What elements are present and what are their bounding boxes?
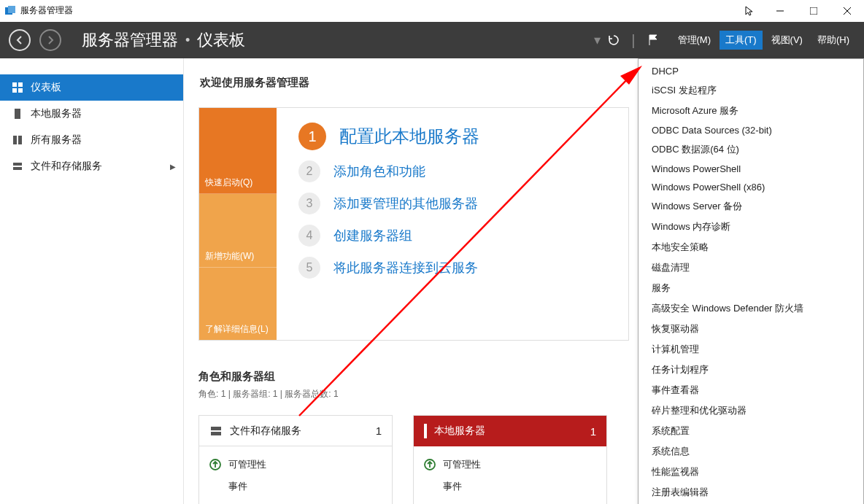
- svg-rect-8: [12, 88, 17, 93]
- tools-menu-item[interactable]: Windows Server 备份: [639, 196, 863, 217]
- tile-row-manageability[interactable]: 可管理性: [424, 454, 596, 476]
- step-label: 添加要管理的其他服务器: [333, 195, 478, 212]
- header-bar: 服务器管理器 • 仪表板 ▾ | 管理(M) 工具(T) 视图(V) 帮助(H): [0, 22, 864, 58]
- tile-count: 1: [590, 425, 596, 438]
- separator: |: [631, 32, 635, 49]
- menu-help[interactable]: 帮助(H): [811, 31, 855, 50]
- sidebar-item-label: 文件和存储服务: [31, 160, 102, 173]
- tools-menu-item[interactable]: ODBC Data Sources (32-bit): [639, 121, 863, 139]
- tools-menu-item[interactable]: Windows 内存诊断: [639, 217, 863, 237]
- breadcrumb: 服务器管理器 • 仪表板: [82, 29, 245, 51]
- header-menus: 管理(M) 工具(T) 视图(V) 帮助(H): [672, 31, 856, 50]
- svg-rect-11: [13, 136, 17, 144]
- nav-back-button[interactable]: [9, 29, 31, 51]
- tools-menu-item[interactable]: Microsoft Azure 服务: [639, 101, 863, 121]
- cursor-icon: [744, 5, 756, 17]
- sidebar-item-label: 所有服务器: [31, 133, 82, 147]
- arrow-up-circle-icon: [209, 459, 221, 470]
- svg-rect-9: [18, 88, 23, 93]
- tools-menu-item[interactable]: 本地安全策略: [639, 237, 863, 257]
- tile-file-storage[interactable]: 文件和存储服务 1 可管理性 事件: [198, 415, 393, 504]
- storage-icon: [12, 160, 23, 172]
- tile-title: 本地服务器: [434, 424, 485, 438]
- step-number: 1: [298, 123, 326, 150]
- app-icon: [4, 5, 16, 17]
- titlebar: 服务器管理器: [0, 0, 864, 22]
- arrow-up-circle-icon: [424, 459, 436, 470]
- step-create-group[interactable]: 4 创建服务器组: [298, 225, 621, 247]
- nav-forward-button[interactable]: [39, 29, 61, 51]
- tools-menu-item[interactable]: 系统配置: [639, 421, 863, 441]
- server-icon: [12, 108, 23, 120]
- quick-start-tab[interactable]: 快速启动(Q): [199, 108, 277, 194]
- tools-menu-item[interactable]: 磁盘清理: [639, 257, 863, 278]
- whats-new-tab[interactable]: 新增功能(W): [199, 194, 277, 268]
- step-number: 3: [298, 193, 320, 214]
- refresh-button[interactable]: [602, 28, 625, 52]
- tile-row-label: 可管理性: [443, 458, 481, 471]
- tools-menu-item[interactable]: 性能监视器: [639, 462, 863, 482]
- tile-local-server[interactable]: 本地服务器 1 可管理性 事件: [413, 415, 607, 504]
- tile-header: 文件和存储服务 1: [199, 416, 392, 446]
- tile-row-manageability[interactable]: 可管理性: [209, 454, 382, 476]
- learn-more-tab[interactable]: 了解详细信息(L): [199, 268, 277, 341]
- tools-menu-item[interactable]: Windows PowerShell (x86): [639, 178, 863, 196]
- sidebar-item-all-servers[interactable]: 所有服务器: [0, 127, 183, 153]
- tile-title: 文件和存储服务: [230, 424, 301, 438]
- step-number: 2: [298, 160, 320, 182]
- step-label: 添加角色和功能: [333, 163, 425, 180]
- tile-header: 本地服务器 1: [414, 416, 606, 446]
- step-configure-local[interactable]: 1 配置此本地服务器: [298, 123, 621, 150]
- tools-menu-item[interactable]: 系统信息: [639, 441, 863, 462]
- breadcrumb-page[interactable]: 仪表板: [197, 29, 245, 51]
- breadcrumb-root[interactable]: 服务器管理器: [82, 29, 178, 51]
- minimize-button[interactable]: [763, 0, 797, 22]
- dashboard-icon: [12, 82, 23, 93]
- tools-menu-item[interactable]: 高级安全 Windows Defender 防火墙: [639, 298, 863, 319]
- svg-rect-1: [8, 6, 15, 13]
- servers-icon: [12, 134, 23, 146]
- tools-menu-item[interactable]: 恢复驱动器: [639, 319, 863, 339]
- tools-menu-item[interactable]: 注册表编辑器: [639, 482, 863, 503]
- menu-tools[interactable]: 工具(T): [720, 31, 763, 50]
- window-title: 服务器管理器: [20, 4, 73, 17]
- svg-rect-12: [18, 136, 22, 144]
- svg-rect-15: [211, 427, 221, 430]
- step-connect-cloud[interactable]: 5 将此服务器连接到云服务: [298, 257, 621, 279]
- tools-menu-item[interactable]: 计算机管理: [639, 339, 863, 360]
- tile-row-label: 事件: [228, 480, 247, 493]
- tools-menu-item[interactable]: ODBC 数据源(64 位): [639, 139, 863, 160]
- menu-manage[interactable]: 管理(M): [672, 31, 717, 50]
- svg-rect-13: [13, 163, 22, 166]
- step-add-servers[interactable]: 3 添加要管理的其他服务器: [298, 193, 621, 214]
- dropdown-caret-icon[interactable]: ▾: [594, 32, 601, 48]
- sidebar-item-file-storage[interactable]: 文件和存储服务 ▶: [0, 153, 183, 179]
- tile-row-events[interactable]: 事件: [209, 476, 382, 497]
- chevron-right-icon: ▶: [170, 163, 176, 171]
- welcome-steps: 1 配置此本地服务器 2 添加角色和功能 3 添加要管理的其他服务器 4 创建服…: [277, 108, 628, 340]
- tools-dropdown: DHCPiSCSI 发起程序Microsoft Azure 服务ODBC Dat…: [638, 58, 864, 504]
- flag-icon[interactable]: [641, 28, 665, 52]
- server-icon: [424, 424, 427, 438]
- menu-view[interactable]: 视图(V): [765, 31, 809, 50]
- sidebar: 仪表板 本地服务器 所有服务器 文件和存储服务 ▶: [0, 58, 184, 504]
- maximize-button[interactable]: [797, 0, 830, 22]
- tools-menu-item[interactable]: DHCP: [639, 62, 863, 80]
- tools-menu-item[interactable]: Windows PowerShell: [639, 160, 863, 178]
- welcome-panel: 快速启动(Q) 新增功能(W) 了解详细信息(L) 1 配置此本地服务器 2 添…: [198, 107, 629, 341]
- tools-menu-item[interactable]: 事件查看器: [639, 380, 863, 400]
- tools-menu-item[interactable]: 碎片整理和优化驱动器: [639, 400, 863, 421]
- tools-menu-item[interactable]: 任务计划程序: [639, 360, 863, 380]
- sidebar-item-label: 仪表板: [31, 81, 61, 94]
- close-button[interactable]: [830, 0, 864, 22]
- storage-icon: [209, 424, 223, 438]
- tile-row-events[interactable]: 事件: [424, 476, 596, 497]
- sidebar-item-local-server[interactable]: 本地服务器: [0, 101, 183, 127]
- tile-row-label: 可管理性: [228, 458, 266, 471]
- step-add-roles[interactable]: 2 添加角色和功能: [298, 160, 621, 182]
- sidebar-item-dashboard[interactable]: 仪表板: [0, 74, 183, 101]
- tools-menu-item[interactable]: 服务: [639, 278, 863, 298]
- step-label: 创建服务器组: [333, 227, 412, 244]
- tools-menu-item[interactable]: iSCSI 发起程序: [639, 80, 863, 101]
- svg-rect-6: [12, 82, 17, 87]
